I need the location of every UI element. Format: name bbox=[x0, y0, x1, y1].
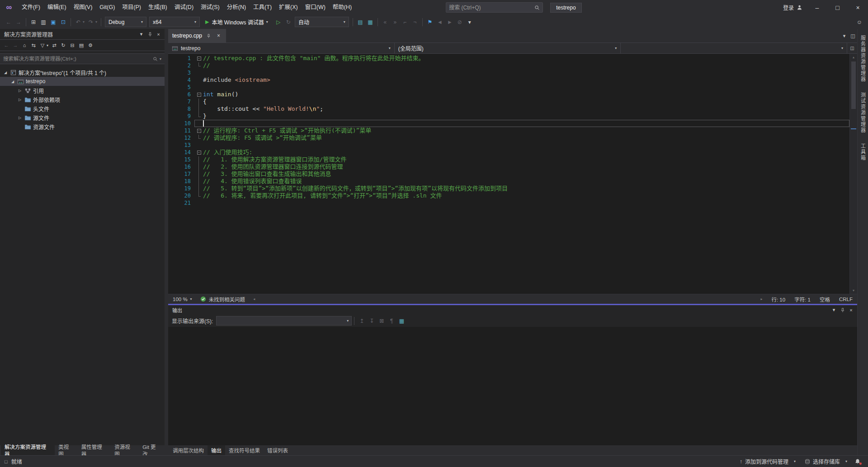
search-input[interactable] bbox=[449, 5, 534, 11]
code-line[interactable]: 21 bbox=[168, 199, 849, 207]
breakpoint-margin[interactable] bbox=[168, 192, 175, 199]
toggle-bookmark-icon[interactable]: ⚑ bbox=[425, 17, 435, 28]
menu-item-7[interactable]: 测试(S) bbox=[197, 0, 223, 15]
output-header[interactable]: 输出 ▾ × bbox=[168, 305, 857, 315]
hot-reload-options-combo[interactable]: 自动▾ bbox=[295, 17, 349, 27]
navigate-forward-icon[interactable]: → bbox=[14, 17, 24, 28]
code-line[interactable]: 19// 5. 转到“项目”>“添加新项”以创建新的代码文件，或转到“项目”>“… bbox=[168, 185, 849, 192]
solution-search-input[interactable] bbox=[3, 56, 153, 61]
feedback-smiley-icon[interactable]: ☺ bbox=[854, 17, 864, 28]
next-bookmark-icon[interactable]: ► bbox=[445, 17, 455, 28]
word-wrap-icon[interactable]: ¶ bbox=[387, 316, 396, 326]
sync-with-active-document-icon[interactable]: ⇄ bbox=[50, 41, 59, 50]
search-icon[interactable] bbox=[153, 57, 158, 61]
auto-hide-tab[interactable]: 服务器资源管理器 bbox=[859, 35, 867, 82]
save-all-icon[interactable]: ⊡ bbox=[58, 17, 68, 28]
menu-item-2[interactable]: 视图(V) bbox=[70, 0, 96, 15]
start-without-debugging-icon[interactable]: ▷ bbox=[274, 17, 283, 28]
close-button[interactable]: × bbox=[848, 0, 868, 15]
solution-platforms-combo[interactable]: x64▾ bbox=[149, 17, 200, 27]
breakpoint-margin[interactable] bbox=[168, 91, 175, 98]
undo-icon[interactable]: ↶ bbox=[73, 17, 83, 28]
tree-item[interactable]: ▷外部依赖项 bbox=[0, 95, 165, 104]
panel-tab[interactable]: 输出 bbox=[208, 445, 225, 455]
code-line[interactable]: 18// 4. 使用错误列表窗口查看错误 bbox=[168, 178, 849, 185]
collapse-arrow-icon[interactable]: ◢ bbox=[9, 80, 16, 84]
code-line[interactable]: 8 std::cout << "Hello World!\n"; bbox=[168, 105, 849, 113]
breakpoint-margin[interactable] bbox=[168, 178, 175, 185]
menu-item-0[interactable]: 文件(F) bbox=[18, 0, 44, 15]
code-line[interactable]: 15// 1. 使用解决方案资源管理器窗口添加/管理文件 bbox=[168, 156, 849, 163]
document-health-indicator[interactable]: 未找到相关问题 bbox=[197, 296, 249, 303]
pending-changes-filter-chevron-icon[interactable]: ▾ bbox=[47, 43, 48, 47]
breakpoint-margin[interactable] bbox=[168, 98, 175, 105]
zoom-combo[interactable]: 100 % ▾ bbox=[168, 297, 197, 302]
add-to-source-control-button[interactable]: ↑ 添加到源代码管理 ▾ bbox=[735, 456, 800, 467]
menu-item-12[interactable]: 帮助(H) bbox=[329, 0, 355, 15]
expand-arrow-icon[interactable]: ▷ bbox=[16, 89, 24, 93]
run-options-chevron-icon[interactable]: ▾ bbox=[266, 20, 268, 24]
expand-arrow-icon[interactable]: ▷ bbox=[16, 116, 24, 120]
float-window-icon[interactable]: ◫ bbox=[849, 32, 857, 40]
horizontal-scroll-track[interactable] bbox=[257, 297, 759, 301]
panel-tab[interactable]: 调用层次结构 bbox=[169, 445, 208, 455]
code-line[interactable]: 9} bbox=[168, 113, 849, 120]
tree-item[interactable]: ◢++testrepo bbox=[0, 77, 165, 86]
scrollbar-thumb[interactable] bbox=[851, 61, 856, 109]
split-window-button[interactable]: ◫ bbox=[847, 43, 857, 53]
auto-hide-tab[interactable]: 测试资源管理器 bbox=[859, 92, 867, 133]
minimize-button[interactable]: – bbox=[807, 0, 827, 15]
menu-item-11[interactable]: 窗口(W) bbox=[302, 0, 329, 15]
pending-changes-filter-icon[interactable]: ▽ bbox=[38, 41, 47, 50]
open-file-icon[interactable]: ▥ bbox=[38, 17, 48, 28]
redo-icon[interactable]: ↷ bbox=[86, 17, 96, 28]
explorer-forward-icon[interactable]: → bbox=[11, 41, 20, 50]
fold-marker-icon[interactable]: - bbox=[195, 127, 203, 134]
home-icon[interactable]: ⌂ bbox=[20, 41, 29, 50]
code-line[interactable]: 2// bbox=[168, 62, 849, 69]
indent-mode-indicator[interactable]: 空格 bbox=[815, 296, 835, 303]
menu-item-6[interactable]: 调试(D) bbox=[171, 0, 197, 15]
tree-item[interactable]: ▷源文件 bbox=[0, 113, 165, 122]
search-options-chevron-icon[interactable]: ▾ bbox=[160, 57, 161, 61]
menu-item-10[interactable]: 扩展(X) bbox=[275, 0, 302, 15]
sign-in-button[interactable]: 登录 bbox=[778, 4, 807, 11]
panel-tab[interactable]: 类视图 bbox=[55, 445, 77, 455]
pin-tab-icon[interactable] bbox=[205, 33, 212, 39]
clear-bookmarks-icon[interactable]: ⊘ bbox=[455, 17, 465, 28]
collapse-arrow-icon[interactable]: ◢ bbox=[2, 71, 9, 75]
breakpoint-margin[interactable] bbox=[168, 156, 175, 163]
tree-item[interactable]: ◢解决方案“testrepo”(1 个项目/共 1 个) bbox=[0, 68, 165, 77]
breakpoint-margin[interactable] bbox=[168, 105, 175, 113]
solution-name-badge[interactable]: testrepo bbox=[550, 3, 581, 13]
line-indicator[interactable]: 行: 10 bbox=[767, 296, 790, 303]
panel-tab[interactable]: 解决方案资源管理器 bbox=[1, 445, 55, 455]
explorer-back-icon[interactable]: ← bbox=[2, 41, 11, 50]
collapse-all-icon[interactable]: ⊟ bbox=[68, 41, 77, 50]
member-dropdown[interactable]: ▾ bbox=[621, 43, 847, 53]
fold-marker-icon[interactable]: - bbox=[195, 91, 203, 98]
panel-tab[interactable]: 查找符号结果 bbox=[225, 445, 264, 455]
comment-icon[interactable]: ⌐ bbox=[400, 17, 410, 28]
code-line[interactable]: 17// 3. 使用输出窗口查看生成输出和其他消息 bbox=[168, 170, 849, 178]
show-all-files-icon[interactable]: ▤ bbox=[77, 41, 86, 50]
auto-hide-tab[interactable]: 工具箱 bbox=[859, 143, 867, 161]
breakpoint-margin[interactable] bbox=[168, 163, 175, 170]
breakpoint-margin[interactable] bbox=[168, 149, 175, 156]
new-project-icon[interactable]: ⊞ bbox=[28, 17, 38, 28]
breakpoint-margin[interactable] bbox=[168, 120, 175, 127]
eol-indicator[interactable]: CRLF bbox=[835, 297, 857, 302]
menu-item-1[interactable]: 编辑(E) bbox=[44, 0, 70, 15]
project-dropdown[interactable]: ++ testrepo ▾ bbox=[168, 43, 395, 53]
breakpoint-margin[interactable] bbox=[168, 76, 175, 84]
toolbar-overflow-icon[interactable]: ▾ bbox=[465, 17, 475, 28]
expand-arrow-icon[interactable]: ▷ bbox=[16, 98, 24, 102]
switch-views-icon[interactable]: ⇆ bbox=[29, 41, 38, 50]
undo-chevron-icon[interactable]: ▾ bbox=[83, 20, 85, 24]
vertical-splitter[interactable] bbox=[165, 29, 168, 455]
close-tab-icon[interactable]: × bbox=[215, 33, 222, 39]
goto-next-message-icon[interactable]: ↧ bbox=[367, 316, 377, 326]
code-line[interactable]: 10 bbox=[168, 120, 849, 127]
code-line[interactable]: 11-// 运行程序: Ctrl + F5 或调试 >“开始执行(不调试)”菜单 bbox=[168, 127, 849, 134]
indent-icon[interactable]: » bbox=[390, 17, 400, 28]
